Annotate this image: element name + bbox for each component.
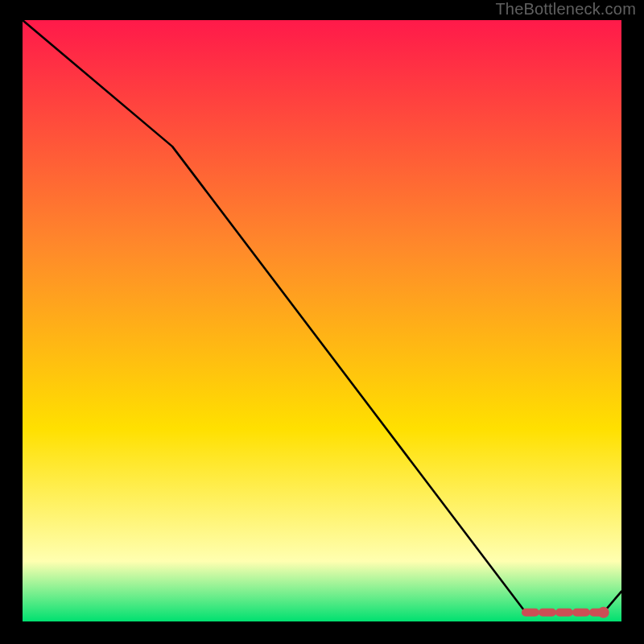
plot-svg [23,20,621,621]
watermark-label: TheBottleneck.com [495,0,636,19]
chart-stage: TheBottleneck.com [0,0,644,644]
plot-area [23,20,621,621]
marker-end-dot [598,607,609,618]
gradient-background [23,20,621,621]
